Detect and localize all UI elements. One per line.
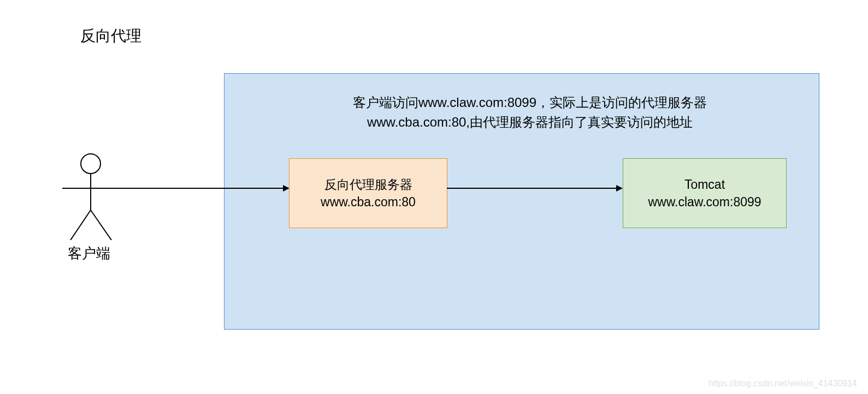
arrow-proxy-to-tomcat bbox=[447, 183, 623, 194]
stick-figure-icon bbox=[62, 153, 120, 240]
proxy-server-box: 反向代理服务器 www.cba.com:80 bbox=[289, 158, 447, 228]
proxy-address: www.cba.com:80 bbox=[321, 193, 416, 211]
description-text: 客户端访问www.claw.com:8099，实际上是访问的代理服务器 www.… bbox=[339, 93, 721, 132]
description-line2: www.cba.com:80,由代理服务器指向了真实要访问的地址 bbox=[367, 115, 693, 129]
watermark-text: https://blog.csdn.net/weixin_41430914 bbox=[708, 379, 857, 389]
client-label: 客户端 bbox=[68, 244, 110, 263]
svg-marker-8 bbox=[616, 185, 623, 192]
diagram-title: 反向代理 bbox=[80, 26, 141, 46]
arrow-client-to-proxy bbox=[119, 183, 290, 194]
svg-line-4 bbox=[91, 210, 111, 240]
svg-point-0 bbox=[81, 154, 101, 174]
svg-line-3 bbox=[70, 210, 91, 240]
tomcat-address: www.claw.com:8099 bbox=[648, 193, 761, 211]
proxy-label: 反向代理服务器 bbox=[324, 176, 412, 193]
tomcat-server-box: Tomcat www.claw.com:8099 bbox=[623, 158, 787, 228]
description-line1: 客户端访问www.claw.com:8099，实际上是访问的代理服务器 bbox=[353, 95, 707, 110]
tomcat-label: Tomcat bbox=[684, 176, 725, 193]
